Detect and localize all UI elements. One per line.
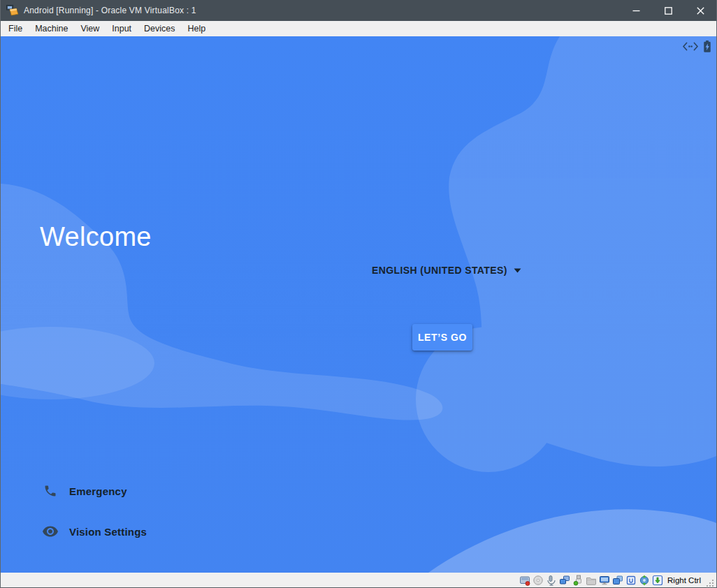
welcome-heading: Welcome [40,222,152,252]
close-icon [697,7,704,15]
emergency-label: Emergency [69,485,127,497]
lets-go-label: LET’S GO [418,332,467,343]
features-icon[interactable] [625,575,637,586]
maximize-icon [665,7,672,15]
menu-help[interactable]: Help [182,21,212,36]
chevron-down-icon [514,268,521,273]
window-title: Android [Running] - Oracle VM VirtualBox… [24,6,196,15]
resize-grip[interactable] [706,578,715,587]
menubar: File Machine View Input Devices Help [1,21,716,36]
mouse-integration-icon[interactable] [639,575,650,586]
virtualbox-vm-icon [6,5,19,16]
vision-settings-label: Vision Settings [69,526,147,538]
menu-view[interactable]: View [74,21,106,36]
vision-settings-link[interactable]: Vision Settings [41,523,147,540]
developer-mode-icon [683,42,698,51]
menu-machine[interactable]: Machine [29,21,74,36]
recording-icon[interactable] [612,575,623,586]
emergency-link[interactable]: Emergency [41,484,127,498]
menu-devices[interactable]: Devices [138,21,181,36]
usb-icon[interactable] [572,575,584,586]
android-statusbar [683,41,711,52]
display-icon[interactable] [599,575,610,586]
statusbar: Right Ctrl [1,573,716,587]
eye-icon [41,523,59,540]
battery-charging-icon [703,41,711,52]
minimize-button[interactable] [620,0,652,21]
audio-icon[interactable] [546,575,557,586]
optical-drives-icon[interactable] [533,575,544,586]
minimize-icon [632,7,640,15]
titlebar[interactable]: Android [Running] - Oracle VM VirtualBox… [1,0,716,21]
keyboard-icon[interactable] [652,575,663,586]
network-icon[interactable] [559,575,570,586]
virtualbox-window: Android [Running] - Oracle VM VirtualBox… [0,0,717,588]
language-selector-label: ENGLISH (UNITED STATES) [372,265,507,276]
maximize-button[interactable] [652,0,684,21]
hard-disks-icon[interactable] [519,575,530,586]
lets-go-button[interactable]: LET’S GO [412,324,472,351]
vm-screen: Welcome ENGLISH (UNITED STATES) LET’S GO… [1,36,716,573]
menu-file[interactable]: File [2,21,29,36]
phone-icon [41,484,59,498]
close-button[interactable] [684,0,716,21]
shared-folders-icon[interactable] [586,575,597,586]
language-selector[interactable]: ENGLISH (UNITED STATES) [372,263,521,278]
menu-input[interactable]: Input [106,21,138,36]
host-key-label: Right Ctrl [667,576,701,585]
